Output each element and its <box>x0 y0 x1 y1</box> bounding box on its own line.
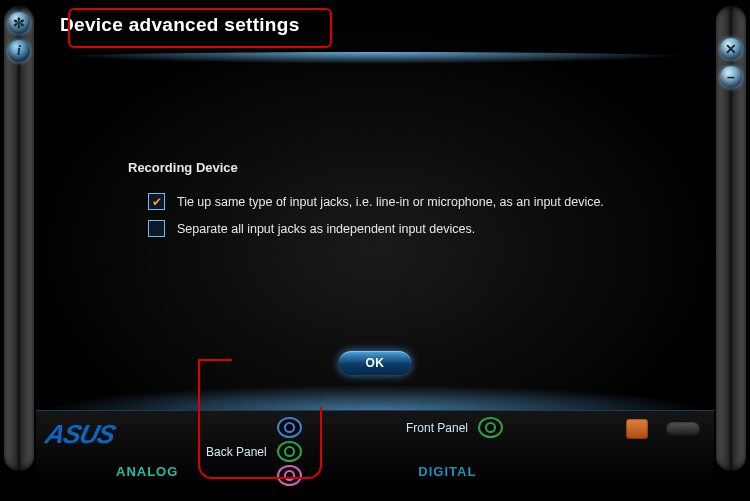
folder-icon[interactable] <box>626 419 648 439</box>
brand-logo: ASUS <box>42 419 118 450</box>
front-panel-group: Front Panel <box>406 417 503 438</box>
option-label: Separate all input jacks as independent … <box>177 222 475 236</box>
device-icon[interactable] <box>666 422 700 436</box>
jack-line-in-icon[interactable] <box>277 417 302 438</box>
checkbox-tieup[interactable]: ✔ <box>148 193 165 210</box>
info-icon[interactable]: i <box>8 40 30 62</box>
footer-icons <box>626 419 700 439</box>
jack-line-out-icon[interactable] <box>277 441 302 462</box>
option-row-separate[interactable]: Separate all input jacks as independent … <box>148 220 680 237</box>
mode-tabs: ANALOG DIGITAL <box>116 464 476 479</box>
ok-button[interactable]: OK <box>339 351 411 375</box>
close-icon[interactable]: ✕ <box>720 38 742 60</box>
minimize-icon[interactable]: – <box>720 66 742 88</box>
front-panel-label: Front Panel <box>406 421 468 435</box>
header-gloss <box>40 52 710 64</box>
right-rail: ✕ – <box>716 6 746 471</box>
content: Recording Device ✔ Tie up same type of i… <box>70 100 680 381</box>
footer: ASUS Back Panel Front Panel ANALOG DIGIT… <box>36 410 714 483</box>
header: Device advanced settings <box>60 14 690 54</box>
tab-analog[interactable]: ANALOG <box>116 464 178 479</box>
left-rail: ✼ i <box>4 6 34 471</box>
jack-front-out-icon[interactable] <box>478 417 503 438</box>
tab-digital[interactable]: DIGITAL <box>418 464 476 479</box>
option-label: Tie up same type of input jacks, i.e. li… <box>177 195 604 209</box>
page-title: Device advanced settings <box>60 14 690 36</box>
footer-gloss <box>40 385 710 411</box>
gear-icon[interactable]: ✼ <box>8 12 30 34</box>
checkbox-separate[interactable] <box>148 220 165 237</box>
back-panel-label: Back Panel <box>206 445 267 459</box>
asus-audio-panel: ✼ i ✕ – Device advanced settings Recordi… <box>0 0 750 501</box>
front-panel-jacks <box>478 417 503 438</box>
section-recording-title: Recording Device <box>128 160 680 175</box>
option-row-tieup[interactable]: ✔ Tie up same type of input jacks, i.e. … <box>148 193 680 210</box>
